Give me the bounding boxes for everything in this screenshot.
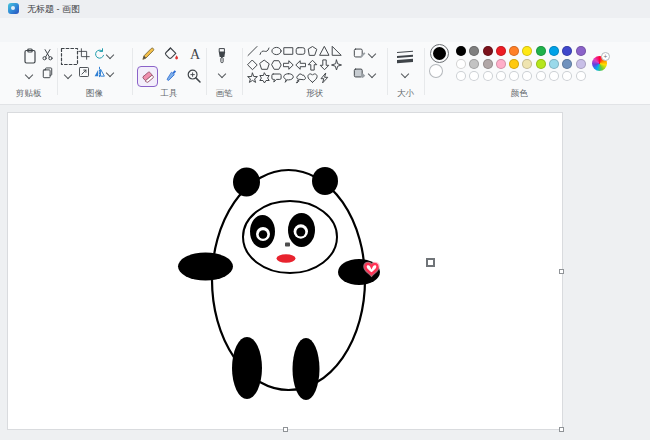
- panda-nose: [285, 243, 290, 247]
- add-color-plus-icon: +: [601, 52, 610, 61]
- palette-swatch[interactable]: [456, 46, 466, 56]
- text-icon: A: [187, 46, 203, 62]
- palette-swatch[interactable]: [522, 46, 532, 56]
- flip-icon: [93, 66, 106, 79]
- shape-callout-rounded[interactable]: [271, 72, 282, 84]
- crop-button[interactable]: [77, 47, 90, 60]
- paste-button[interactable]: [21, 47, 39, 66]
- shape-star-4[interactable]: [331, 59, 342, 71]
- group-label-image: 图像: [57, 88, 132, 100]
- palette-swatch[interactable]: [496, 46, 506, 56]
- palette-swatch[interactable]: [536, 46, 546, 56]
- palette-swatch[interactable]: [456, 59, 466, 69]
- canvas-resize-handle-corner[interactable]: [559, 427, 564, 432]
- palette-swatch-empty[interactable]: [496, 71, 506, 81]
- rotate-button[interactable]: [92, 47, 106, 61]
- shape-rectangle[interactable]: [283, 45, 294, 57]
- palette-swatch[interactable]: [549, 46, 559, 56]
- eyedropper-tool[interactable]: [162, 67, 180, 85]
- menubar: 文件 查看: [0, 18, 650, 42]
- group-label-colors: 颜色: [424, 88, 614, 100]
- eraser-icon: [140, 69, 156, 85]
- text-tool[interactable]: A: [186, 45, 204, 63]
- palette-swatch-empty[interactable]: [549, 71, 559, 81]
- shape-diamond[interactable]: [247, 59, 258, 71]
- flip-button[interactable]: [92, 65, 106, 79]
- palette-swatch[interactable]: [562, 59, 572, 69]
- shape-polygon[interactable]: [307, 45, 318, 57]
- palette-swatch-empty[interactable]: [483, 71, 493, 81]
- palette-swatch-empty[interactable]: [522, 71, 532, 81]
- brushes-button[interactable]: [213, 46, 231, 66]
- shape-fill-button[interactable]: [352, 66, 367, 80]
- shape-arrow-up[interactable]: [307, 59, 318, 71]
- heart-sticker: [366, 264, 378, 274]
- shape-hexagon[interactable]: [271, 59, 282, 71]
- panda-arm-left: [178, 253, 233, 281]
- magnifier-tool[interactable]: [185, 67, 203, 85]
- fill-tool[interactable]: [162, 45, 180, 63]
- select-icon: [60, 47, 79, 66]
- shape-arrow-down[interactable]: [319, 59, 330, 71]
- canvas-resize-handle-right[interactable]: [559, 269, 564, 274]
- shape-triangle[interactable]: [319, 45, 330, 57]
- shape-callout-oval[interactable]: [283, 72, 294, 84]
- palette-swatch[interactable]: [509, 46, 519, 56]
- palette-swatch[interactable]: [483, 59, 493, 69]
- shape-right-triangle[interactable]: [331, 45, 342, 57]
- panda-ear-left: [233, 168, 260, 197]
- palette-swatch[interactable]: [536, 59, 546, 69]
- shape-arrow-left[interactable]: [295, 59, 306, 71]
- shape-star-6[interactable]: [259, 72, 270, 84]
- palette-swatch-empty[interactable]: [576, 71, 586, 81]
- eraser-cursor: [426, 258, 435, 267]
- panda-leg-left: [232, 337, 262, 399]
- pencil-tool[interactable]: [139, 45, 157, 63]
- line-size-icon: [396, 49, 414, 64]
- palette-swatch-empty[interactable]: [469, 71, 479, 81]
- palette-swatch[interactable]: [509, 59, 519, 69]
- eraser-tool[interactable]: [137, 66, 158, 87]
- color2-selector[interactable]: [429, 64, 443, 78]
- paste-icon: [22, 48, 38, 65]
- cut-button[interactable]: [40, 47, 54, 61]
- palette-swatch[interactable]: [469, 46, 479, 56]
- palette-swatch[interactable]: [576, 59, 586, 69]
- shape-lightning[interactable]: [319, 72, 330, 84]
- shape-outline-icon: [353, 46, 367, 60]
- palette-swatch-empty[interactable]: [536, 71, 546, 81]
- shape-curve[interactable]: [259, 45, 270, 57]
- canvas-resize-handle-bottom[interactable]: [283, 427, 288, 432]
- panda-ear-right: [312, 167, 338, 195]
- copy-button[interactable]: [40, 65, 54, 79]
- shape-heart[interactable]: [307, 72, 318, 84]
- shape-outline-button[interactable]: [352, 46, 367, 60]
- paint-window: 无标题 - 画图 文件 查看: [0, 0, 650, 440]
- shape-oval[interactable]: [271, 45, 282, 57]
- palette-swatch[interactable]: [576, 46, 586, 56]
- shape-callout-cloud[interactable]: [295, 72, 306, 84]
- eyedropper-icon: [163, 68, 179, 84]
- size-button[interactable]: [395, 48, 415, 64]
- resize-button[interactable]: [77, 65, 90, 78]
- palette-swatch[interactable]: [522, 59, 532, 69]
- palette-swatch[interactable]: [562, 46, 572, 56]
- panda-drawing: [8, 113, 562, 429]
- copy-icon: [41, 66, 54, 79]
- shape-line[interactable]: [247, 45, 258, 57]
- palette-swatch-empty[interactable]: [562, 71, 572, 81]
- shape-pentagon[interactable]: [259, 59, 270, 71]
- palette-swatch-empty[interactable]: [456, 71, 466, 81]
- palette-swatch[interactable]: [483, 46, 493, 56]
- shape-arrow-right[interactable]: [283, 59, 294, 71]
- palette-swatch[interactable]: [469, 59, 479, 69]
- palette-swatch[interactable]: [496, 59, 506, 69]
- shape-rounded-rectangle[interactable]: [295, 45, 306, 57]
- palette-swatch[interactable]: [549, 59, 559, 69]
- magnifier-icon: [186, 68, 202, 84]
- group-label-brushes: 画笔: [206, 88, 242, 100]
- select-button[interactable]: [59, 46, 79, 66]
- shape-star-5[interactable]: [247, 72, 258, 84]
- color1-selector[interactable]: [430, 44, 449, 63]
- palette-swatch-empty[interactable]: [509, 71, 519, 81]
